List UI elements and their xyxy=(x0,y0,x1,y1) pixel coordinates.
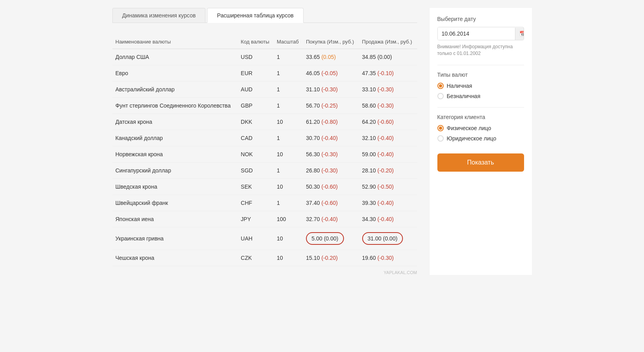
sidebar: Выберите дату 📅 Внимание! Информация дос… xyxy=(429,8,532,275)
date-warning: Внимание! Информация доступна только с 0… xyxy=(437,44,524,57)
cell-sell: 28.10 (-0.20) xyxy=(359,163,417,179)
cell-buy: 33.65 (0.05) xyxy=(303,49,359,65)
cell-sell: 19.60 (-0.30) xyxy=(359,250,417,266)
table-row: Швейцарский франк CHF 1 37.40 (-0.60) 39… xyxy=(112,195,417,211)
cell-buy: 61.20 (-0.80) xyxy=(303,114,359,130)
col-header-code: Код валюты xyxy=(237,35,274,49)
table-row: Датская крона DKK 10 61.20 (-0.80) 64.20… xyxy=(112,114,417,130)
radio-noncash-label: Безналичная xyxy=(447,93,481,99)
client-category-title: Категория клиента xyxy=(437,114,524,120)
tab-extended[interactable]: Расширенная таблица курсов xyxy=(207,8,303,23)
cell-sell: 47.35 (-0.10) xyxy=(359,65,417,81)
divider-1 xyxy=(437,65,524,65)
cell-scale: 1 xyxy=(274,49,303,65)
radio-legal-circle xyxy=(437,135,444,142)
cell-sell: 34.85 (0.00) xyxy=(359,49,417,65)
radio-cash[interactable]: Наличная xyxy=(437,83,524,89)
cell-code: USD xyxy=(237,49,274,65)
table-row: Канадский доллар CAD 1 30.70 (-0.40) 32.… xyxy=(112,130,417,146)
cell-name: Сингапурский доллар xyxy=(112,163,238,179)
cell-code: AUD xyxy=(237,81,274,98)
cell-buy: 5.00 (0.00) xyxy=(303,227,359,250)
currency-type-section: Типы валют Наличная Безналичная xyxy=(437,72,524,99)
watermark: YAPLAKAL.COM xyxy=(112,266,417,275)
date-section-title: Выберите дату xyxy=(437,16,524,22)
table-row: Доллар США USD 1 33.65 (0.05) 34.85 (0.0… xyxy=(112,49,417,65)
cell-code: UAH xyxy=(237,227,274,250)
table-row: Сингапурский доллар SGD 1 26.80 (-0.30) … xyxy=(112,163,417,179)
cell-code: CAD xyxy=(237,130,274,146)
cell-sell: 39.30 (-0.40) xyxy=(359,195,417,211)
cell-name: Датская крона xyxy=(112,114,238,130)
cell-scale: 10 xyxy=(274,227,303,250)
cell-code: CZK xyxy=(237,250,274,266)
cell-name: Канадский доллар xyxy=(112,130,238,146)
tab-dynamics[interactable]: Динамика изменения курсов xyxy=(112,8,206,23)
radio-cash-circle xyxy=(437,83,444,89)
col-header-scale: Масштаб xyxy=(274,35,303,49)
cell-code: SEK xyxy=(237,179,274,195)
table-row: Норвежская крона NOK 10 56.30 (-0.30) 59… xyxy=(112,146,417,163)
cell-scale: 10 xyxy=(274,114,303,130)
calendar-icon: 📅 xyxy=(519,31,524,37)
cell-name: Японская иена xyxy=(112,211,238,227)
date-input-wrapper[interactable]: 📅 xyxy=(437,27,524,40)
radio-noncash[interactable]: Безналичная xyxy=(437,93,524,99)
radio-physical-label: Физическое лицо xyxy=(447,125,491,131)
cell-name: Чешская крона xyxy=(112,250,238,266)
cell-scale: 10 xyxy=(274,146,303,163)
cell-code: NOK xyxy=(237,146,274,163)
client-category-radio-group: Физическое лицо Юридическое лицо xyxy=(437,125,524,142)
cell-name: Австралийский доллар xyxy=(112,81,238,98)
table-row: Евро EUR 1 46.05 (-0.05) 47.35 (-0.10) xyxy=(112,65,417,81)
cell-name: Евро xyxy=(112,65,238,81)
col-header-sell: Продажа (Изм., руб.) xyxy=(359,35,417,49)
currency-table: Наименование валюты Код валюты Масштаб П… xyxy=(112,35,417,266)
cell-buy: 56.30 (-0.30) xyxy=(303,146,359,163)
cell-scale: 1 xyxy=(274,195,303,211)
cell-scale: 1 xyxy=(274,65,303,81)
cell-sell: 64.20 (-0.60) xyxy=(359,114,417,130)
table-row: Фунт стерлингов Соединенного Королевства… xyxy=(112,98,417,114)
radio-legal-label: Юридическое лицо xyxy=(447,135,496,142)
cell-buy: 30.70 (-0.40) xyxy=(303,130,359,146)
cell-name: Украинская гривна xyxy=(112,227,238,250)
cell-code: EUR xyxy=(237,65,274,81)
cell-sell: 31.00 (0.00) xyxy=(359,227,417,250)
radio-legal[interactable]: Юридическое лицо xyxy=(437,135,524,142)
table-row: Шведская крона SEK 10 50.30 (-0.60) 52.9… xyxy=(112,179,417,195)
cell-name: Фунт стерлингов Соединенного Королевства xyxy=(112,98,238,114)
radio-physical[interactable]: Физическое лицо xyxy=(437,125,524,131)
cell-sell: 34.30 (-0.40) xyxy=(359,211,417,227)
currency-type-radio-group: Наличная Безналичная xyxy=(437,83,524,99)
table-row: Чешская крона CZK 10 15.10 (-0.20) 19.60… xyxy=(112,250,417,266)
cell-sell: 59.00 (-0.40) xyxy=(359,146,417,163)
cell-scale: 100 xyxy=(274,211,303,227)
currency-type-title: Типы валют xyxy=(437,72,524,78)
cell-buy: 32.70 (-0.40) xyxy=(303,211,359,227)
tabs-container: Динамика изменения курсов Расширенная та… xyxy=(112,8,417,23)
cell-buy: 26.80 (-0.30) xyxy=(303,163,359,179)
cell-name: Норвежская крона xyxy=(112,146,238,163)
cell-sell: 52.90 (-0.50) xyxy=(359,179,417,195)
cell-sell: 32.10 (-0.40) xyxy=(359,130,417,146)
cell-name: Доллар США xyxy=(112,49,238,65)
date-input[interactable] xyxy=(438,27,515,40)
col-header-buy: Покупка (Изм., руб.) xyxy=(303,35,359,49)
show-button[interactable]: Показать xyxy=(437,153,524,172)
radio-cash-label: Наличная xyxy=(447,83,472,89)
cell-scale: 10 xyxy=(274,179,303,195)
cell-buy: 50.30 (-0.60) xyxy=(303,179,359,195)
cell-buy: 46.05 (-0.05) xyxy=(303,65,359,81)
cell-code: JPY xyxy=(237,211,274,227)
date-section: Выберите дату 📅 Внимание! Информация дос… xyxy=(437,16,524,57)
calendar-button[interactable]: 📅 xyxy=(515,28,524,40)
cell-code: SGD xyxy=(237,163,274,179)
table-row: Австралийский доллар AUD 1 31.10 (-0.30)… xyxy=(112,81,417,98)
cell-sell: 33.10 (-0.30) xyxy=(359,81,417,98)
cell-scale: 10 xyxy=(274,250,303,266)
cell-scale: 1 xyxy=(274,163,303,179)
cell-buy: 15.10 (-0.20) xyxy=(303,250,359,266)
cell-code: CHF xyxy=(237,195,274,211)
cell-code: GBP xyxy=(237,98,274,114)
